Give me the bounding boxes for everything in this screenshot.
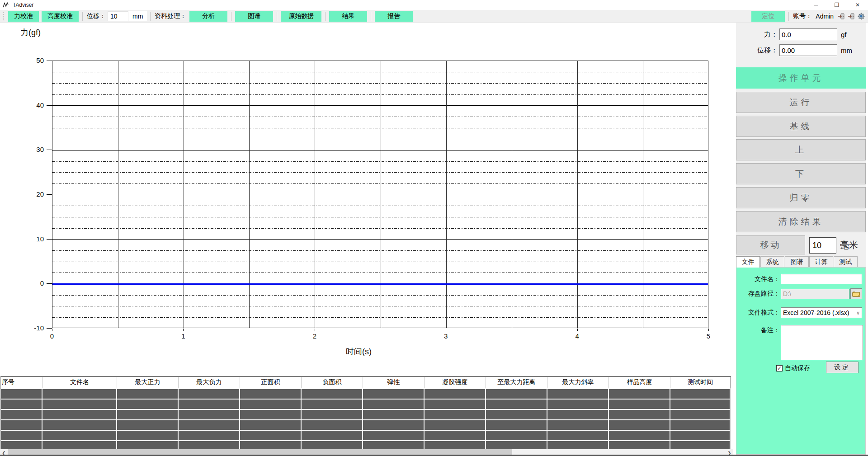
y-tick: [47, 105, 52, 106]
logout-icon[interactable]: [847, 12, 855, 20]
table-header-cell[interactable]: 样品高度: [609, 377, 670, 388]
save-path-row: 存盘路径：: [736, 288, 866, 299]
autosave-checkbox[interactable]: ✓: [776, 365, 783, 371]
table-cell: [425, 410, 486, 419]
analysis-button[interactable]: 分析: [189, 11, 227, 22]
table-header-cell[interactable]: 凝胶强度: [425, 377, 486, 388]
baseline-button[interactable]: 基线: [736, 116, 866, 137]
table-cell: [1, 410, 42, 419]
browse-folder-button[interactable]: [850, 288, 862, 299]
table-cell: [179, 400, 240, 409]
window-controls: ─ ❐ ✕: [806, 0, 868, 10]
toolbar-separator: [371, 12, 371, 21]
table-cell: [425, 431, 486, 440]
tab-graph[interactable]: 图谱: [785, 256, 809, 267]
graph-button[interactable]: 图谱: [235, 11, 273, 22]
y-tick-label: 20: [24, 190, 44, 198]
table-cell: [240, 420, 302, 430]
save-path-label: 存盘路径：: [736, 290, 780, 298]
account-value: Admin: [816, 13, 834, 20]
table-cell: [42, 389, 117, 399]
run-button[interactable]: 运行: [736, 92, 866, 113]
save-path-input[interactable]: [781, 289, 849, 299]
table-cell: [117, 420, 179, 430]
data-processing-label: 资料处理：: [155, 12, 186, 20]
table-cell: [670, 400, 731, 409]
login-icon[interactable]: [837, 12, 845, 20]
x-tick: [446, 329, 446, 331]
table-row[interactable]: [1, 409, 731, 419]
filename-input[interactable]: [781, 274, 862, 284]
y-tick-label: 10: [24, 235, 44, 243]
titlebar: TAdviser ─ ❐ ✕: [0, 0, 868, 10]
close-button[interactable]: ✕: [847, 0, 868, 10]
table-header-cell[interactable]: 序号: [1, 377, 42, 388]
tab-file[interactable]: 文件: [736, 256, 760, 268]
table-header-cell[interactable]: 弹性: [363, 377, 425, 388]
clear-results-button[interactable]: 清除结果: [736, 211, 866, 232]
x-tick: [708, 329, 709, 331]
table-row[interactable]: [1, 419, 731, 430]
up-button[interactable]: 上: [736, 139, 866, 160]
table-header-cell[interactable]: 负面积: [302, 377, 363, 388]
x-tick-label: 2: [306, 332, 324, 340]
table-cell: [179, 389, 240, 399]
table-header-row: 序号文件名最大正力最大负力正面积负面积弹性凝胶强度至最大力距离最大力斜率样品高度…: [1, 377, 731, 388]
settings-gear-icon[interactable]: [857, 12, 865, 20]
down-button[interactable]: 下: [736, 163, 866, 184]
maximize-button[interactable]: ❐: [826, 0, 847, 10]
table-header-cell[interactable]: 正面积: [240, 377, 302, 388]
set-button[interactable]: 设定: [826, 362, 859, 373]
table-row[interactable]: [1, 388, 731, 399]
table-cell: [609, 420, 670, 430]
minimize-button[interactable]: ─: [806, 0, 826, 10]
table-cell: [117, 410, 179, 419]
table-cell: [1, 431, 42, 440]
table-cell: [42, 410, 117, 419]
displacement-readout-label: 位移：: [736, 46, 778, 55]
table-row[interactable]: [1, 430, 731, 440]
results-button[interactable]: 结果: [329, 11, 367, 22]
displacement-unit: mm: [128, 11, 147, 21]
file-format-select[interactable]: Excel 2007-2016 (.xlsx) ∨: [781, 307, 862, 318]
zero-button[interactable]: 归零: [736, 187, 866, 208]
y-tick: [47, 61, 52, 61]
positioning-button[interactable]: 定位: [751, 11, 785, 22]
control-sidepanel: 力： gf 位移： mm 操作单元 运行 基线 上 下 归零 清除结果 移动 毫…: [736, 23, 866, 455]
y-tick: [47, 194, 52, 195]
table-header-cell[interactable]: 最大负力: [179, 377, 240, 388]
height-calibration-button[interactable]: 高度校准: [42, 11, 79, 22]
table-cell: [670, 431, 731, 440]
y-axis-title: 力(gf): [20, 27, 41, 38]
table-cell: [609, 431, 670, 440]
report-button[interactable]: 报告: [375, 11, 413, 22]
tab-calc[interactable]: 计算: [809, 256, 833, 267]
x-tick-label: 3: [437, 332, 455, 340]
table-cell: [425, 389, 486, 399]
table-cell: [363, 431, 425, 440]
displacement-readout-input[interactable]: [779, 44, 837, 56]
table-header-cell[interactable]: 文件名: [42, 377, 117, 388]
displacement-input[interactable]: [108, 11, 128, 21]
table-cell: [240, 431, 302, 440]
tab-test[interactable]: 测试: [834, 256, 858, 267]
gridline-vertical: [315, 61, 315, 328]
table-header-cell[interactable]: 至最大力距离: [486, 377, 547, 388]
toolbar-separator: [82, 12, 83, 21]
gridline-vertical: [643, 61, 643, 328]
table-header-cell[interactable]: 最大正力: [117, 377, 179, 388]
table-cell: [302, 410, 363, 419]
operate-unit-button[interactable]: 操作单元: [736, 67, 866, 89]
y-tick-label: 50: [24, 56, 44, 64]
force-readout-input[interactable]: [779, 28, 837, 40]
table-header-cell[interactable]: 最大力斜率: [547, 377, 609, 388]
move-button[interactable]: 移动: [736, 235, 805, 254]
move-distance-input[interactable]: [809, 237, 836, 254]
table-cell: [670, 420, 731, 430]
tab-system[interactable]: 系统: [760, 256, 784, 267]
force-calibration-button[interactable]: 力校准: [8, 11, 39, 22]
table-header-cell[interactable]: 测试时间: [670, 377, 731, 388]
raw-data-button[interactable]: 原始数据: [281, 11, 321, 22]
note-textarea[interactable]: [781, 325, 863, 360]
table-row[interactable]: [1, 399, 731, 409]
